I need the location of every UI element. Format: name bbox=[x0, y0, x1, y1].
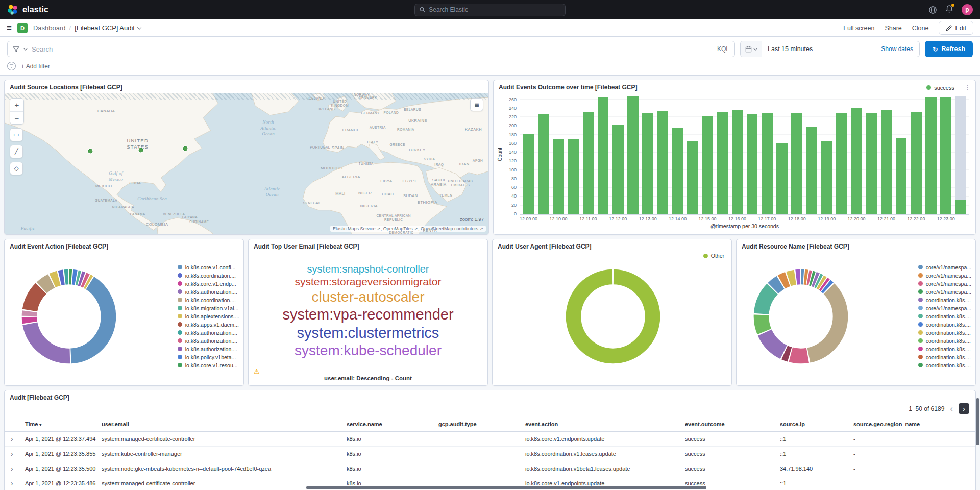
bar[interactable] bbox=[551, 95, 566, 214]
tagcloud-word[interactable]: system:clustermetrics bbox=[297, 324, 439, 342]
legend-item[interactable]: Other bbox=[703, 253, 724, 259]
legend-item[interactable]: coordination.k8s.... bbox=[918, 330, 971, 336]
legend-item[interactable]: coordination.k8s.... bbox=[918, 346, 971, 352]
bar[interactable] bbox=[581, 95, 596, 214]
map-point[interactable] bbox=[139, 148, 143, 152]
map-point[interactable] bbox=[183, 146, 187, 151]
alerts-icon[interactable] bbox=[945, 5, 953, 15]
legend-item[interactable]: core/v1/namespa... bbox=[918, 264, 971, 271]
panel-title[interactable]: Audit [Filebeat GCP] bbox=[5, 390, 975, 403]
bar[interactable] bbox=[804, 95, 819, 214]
legend-item[interactable]: io.k8s.core.v1.resou... bbox=[178, 362, 239, 369]
global-search[interactable] bbox=[414, 4, 566, 16]
previous-page-button[interactable]: ‹ bbox=[949, 404, 954, 413]
bar[interactable] bbox=[894, 95, 909, 214]
panel-title[interactable]: Audit Resource Name [Filebeat GCP] bbox=[737, 239, 975, 252]
column-header[interactable]: service.name bbox=[347, 421, 438, 427]
legend-item[interactable]: io.k8s.coordination.... bbox=[178, 297, 239, 303]
legend-item[interactable]: coordination.k8s.... bbox=[918, 362, 971, 369]
bar[interactable] bbox=[909, 95, 923, 214]
horizontal-scrollbar[interactable] bbox=[306, 486, 706, 489]
legend-item[interactable]: io.k8s.authorization.... bbox=[178, 330, 239, 336]
set-view-button[interactable]: ▭ bbox=[10, 128, 23, 141]
bar[interactable] bbox=[953, 95, 968, 214]
layers-toggle-button[interactable]: ≣ bbox=[470, 98, 483, 111]
event-action-donut[interactable] bbox=[11, 258, 127, 375]
bar[interactable] bbox=[864, 95, 879, 214]
bar[interactable] bbox=[700, 95, 715, 214]
bar[interactable] bbox=[760, 95, 774, 214]
bar[interactable] bbox=[923, 95, 938, 214]
breadcrumb-current[interactable]: [Filebeat GCP] Audit bbox=[75, 24, 141, 32]
legend-item[interactable]: core/v1/namespa... bbox=[918, 281, 971, 287]
bar[interactable] bbox=[790, 95, 804, 214]
share-button[interactable]: Share bbox=[885, 24, 901, 32]
show-dates-button[interactable]: Show dates bbox=[881, 45, 919, 53]
bar[interactable] bbox=[610, 95, 625, 214]
bar[interactable] bbox=[849, 95, 864, 214]
filter-options-icon[interactable] bbox=[7, 62, 16, 70]
breadcrumb-dashboard[interactable]: Dashboard bbox=[33, 24, 66, 32]
legend-item[interactable]: io.k8s.migration.v1al... bbox=[178, 305, 239, 311]
panel-title[interactable]: Audit User Agent [Filebeat GCP] bbox=[493, 239, 731, 252]
bar[interactable] bbox=[521, 95, 536, 214]
global-search-input[interactable] bbox=[429, 6, 560, 13]
vertical-scrollbar[interactable] bbox=[976, 398, 979, 445]
zoom-out-button[interactable]: − bbox=[10, 111, 23, 124]
query-input-wrap[interactable]: KQL bbox=[7, 41, 735, 57]
legend-item[interactable]: core/v1/namespa... bbox=[918, 273, 971, 279]
bar[interactable] bbox=[625, 95, 640, 214]
zoom-in-button[interactable]: + bbox=[10, 99, 23, 111]
row-expand-icon[interactable]: › bbox=[8, 435, 25, 443]
filter-menu-icon[interactable] bbox=[13, 46, 19, 53]
kql-toggle[interactable]: KQL bbox=[717, 45, 729, 53]
add-filter-button[interactable]: + Add filter bbox=[21, 63, 50, 70]
bar[interactable] bbox=[685, 95, 700, 214]
chevron-down-icon[interactable] bbox=[23, 46, 28, 50]
column-header[interactable]: event.action bbox=[525, 421, 685, 427]
column-header[interactable]: source.ip bbox=[780, 421, 853, 427]
legend-item[interactable]: coordination.k8s.... bbox=[918, 338, 971, 344]
legend-item[interactable]: coordination.k8s.... bbox=[918, 297, 971, 303]
bar[interactable] bbox=[939, 95, 953, 214]
menu-icon[interactable]: ≡ bbox=[7, 23, 12, 32]
tagcloud-word[interactable]: system:snapshot-controller bbox=[307, 263, 429, 275]
column-header[interactable]: event.outcome bbox=[685, 421, 780, 427]
bar[interactable] bbox=[745, 95, 760, 214]
user-agent-donut[interactable] bbox=[555, 258, 671, 375]
donut-slice[interactable] bbox=[573, 277, 652, 356]
panel-title[interactable]: Audit Event Action [Filebeat GCP] bbox=[5, 239, 243, 252]
bar[interactable] bbox=[715, 95, 730, 214]
space-badge[interactable]: D bbox=[17, 23, 28, 33]
bar[interactable] bbox=[670, 95, 685, 214]
avatar[interactable]: p bbox=[962, 4, 973, 15]
quick-select-button[interactable] bbox=[741, 41, 762, 57]
tagcloud-word[interactable]: cluster-autoscaler bbox=[312, 288, 425, 306]
table-row[interactable]: ›Apr 1, 2021 @ 12:23:35.855system:kube-c… bbox=[5, 447, 975, 461]
tagcloud-word[interactable]: system:vpa-recommender bbox=[282, 306, 453, 324]
bar[interactable] bbox=[596, 95, 610, 214]
measure-tool-button[interactable]: ╱ bbox=[10, 145, 23, 158]
legend-item[interactable]: coordination.k8s.... bbox=[918, 354, 971, 360]
edit-button[interactable]: Edit bbox=[939, 21, 973, 35]
panel-title[interactable]: Audit Events Outcome over time [Filebeat… bbox=[494, 80, 975, 93]
legend-item[interactable]: io.k8s.authorization.... bbox=[178, 338, 239, 344]
bar[interactable] bbox=[834, 95, 849, 214]
legend-item[interactable]: core/v1/namespa... bbox=[918, 289, 971, 295]
legend-item[interactable]: core/v1/namespa... bbox=[918, 305, 971, 311]
legend-item[interactable]: io.k8s.apiextensions.... bbox=[178, 313, 239, 320]
bar[interactable] bbox=[774, 95, 789, 214]
resource-name-donut[interactable] bbox=[743, 258, 859, 375]
legend-item[interactable]: coordination.k8s.... bbox=[918, 313, 971, 320]
refresh-button[interactable]: ↻ Refresh bbox=[925, 41, 973, 57]
bar[interactable] bbox=[566, 95, 581, 214]
bar[interactable] bbox=[819, 95, 834, 214]
column-header[interactable]: Time ▾ bbox=[25, 421, 102, 427]
full-screen-button[interactable]: Full screen bbox=[843, 24, 874, 32]
bar[interactable] bbox=[536, 95, 551, 214]
legend-item[interactable]: io.k8s.core.v1.endp... bbox=[178, 281, 239, 287]
draw-filter-button[interactable]: ◇ bbox=[10, 162, 23, 175]
table-row[interactable]: ›Apr 1, 2021 @ 12:23:37.494system:manage… bbox=[5, 432, 975, 447]
row-expand-icon[interactable]: › bbox=[8, 450, 25, 458]
chart-legend[interactable]: success ⋮ bbox=[926, 84, 970, 91]
